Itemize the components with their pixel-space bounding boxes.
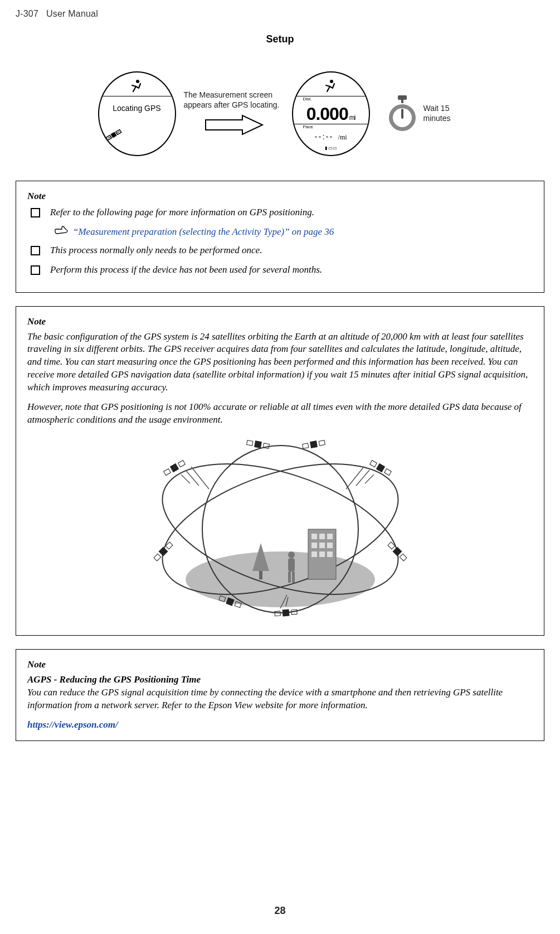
header: J-307User Manual (16, 8, 544, 20)
svg-rect-23 (311, 551, 317, 557)
note-title: Note (27, 190, 533, 203)
note2-para2: However, note that GPS positioning is no… (27, 401, 533, 427)
watch-screen-locating: Locating GPS (98, 71, 176, 156)
svg-rect-46 (392, 547, 402, 556)
note1-item-text: Refer to the following page for more inf… (50, 206, 314, 219)
svg-rect-34 (376, 463, 384, 472)
svg-line-5 (116, 132, 119, 133)
svg-point-0 (136, 80, 139, 83)
svg-point-27 (288, 551, 295, 558)
locating-label: Locating GPS (113, 103, 160, 114)
gps-transition-diagram: Locating GPS The Measurement screen appe… (16, 71, 544, 156)
section-title: Setup (16, 32, 544, 46)
dist-unit: mi (349, 114, 356, 122)
note2-para1: The basic configuration of the GPS syste… (27, 331, 533, 395)
page-number: 28 (0, 904, 560, 917)
dist-label: Dist. (303, 96, 312, 103)
satellite-icon (105, 126, 123, 144)
note3-subtitle: AGPS - Reducing the GPS Positioning Time (27, 674, 533, 686)
svg-rect-39 (263, 443, 269, 449)
epson-view-link[interactable]: https://view.epson.com/ (27, 719, 118, 730)
svg-rect-25 (327, 551, 333, 557)
svg-rect-37 (254, 441, 262, 448)
svg-rect-1 (110, 132, 116, 138)
wait-label: Wait 15 minutes (423, 104, 462, 123)
cross-reference-text: “Measurement preparation (selecting the … (73, 226, 334, 239)
bullet-icon (31, 246, 40, 255)
runner-icon (129, 79, 145, 93)
svg-rect-43 (158, 547, 168, 556)
note-box-3: Note AGPS - Reducing the GPS Positioning… (16, 649, 544, 741)
watch-screen-measurement: Dist. 0.000mi Pace --:-- /mi ▮ ▭▭ (292, 71, 370, 156)
note3-body: You can reduce the GPS signal acquisitio… (27, 686, 533, 712)
svg-rect-30 (292, 572, 295, 583)
model-number: J-307 (16, 9, 38, 18)
pace-unit: /mi (338, 133, 347, 142)
svg-rect-28 (288, 558, 295, 572)
svg-rect-38 (246, 441, 252, 446)
svg-rect-26 (259, 571, 262, 579)
note1-item: Perform this process if the device has n… (27, 264, 533, 277)
svg-rect-35 (369, 461, 377, 467)
svg-rect-36 (384, 469, 391, 476)
note1-item: Refer to the following page for more inf… (27, 206, 533, 219)
note1-item-text: This process normally only needs to be p… (50, 244, 262, 257)
dist-value: 0.000 (306, 104, 348, 124)
cross-reference[interactable]: “Measurement preparation (selecting the … (54, 226, 533, 239)
doc-type: User Manual (46, 9, 98, 18)
svg-rect-7 (398, 95, 407, 100)
svg-point-6 (330, 80, 333, 83)
svg-rect-18 (319, 534, 325, 539)
note1-item-text: Perform this process if the device has n… (50, 264, 322, 277)
arrow-icon (203, 113, 265, 137)
svg-rect-17 (311, 534, 317, 539)
svg-rect-29 (288, 572, 291, 583)
pace-value: --:-- (314, 131, 333, 142)
note-box-1: Note Refer to the following page for mor… (16, 181, 544, 293)
svg-rect-48 (400, 554, 407, 561)
svg-rect-32 (163, 469, 171, 476)
pace-label: Pace (303, 124, 313, 130)
svg-rect-41 (302, 443, 308, 449)
note-title: Note (27, 316, 533, 328)
svg-line-4 (108, 137, 110, 138)
svg-rect-8 (401, 100, 403, 103)
svg-rect-22 (327, 543, 333, 548)
stopwatch-icon (387, 94, 418, 133)
svg-rect-19 (327, 534, 333, 539)
pointer-icon (54, 226, 69, 235)
status-icons: ▮ ▭▭ (325, 146, 337, 152)
svg-rect-24 (319, 551, 325, 557)
svg-rect-31 (169, 463, 178, 472)
note-title: Note (27, 659, 533, 671)
svg-rect-40 (310, 441, 318, 448)
bullet-icon (31, 208, 40, 217)
svg-rect-21 (319, 543, 325, 548)
svg-rect-33 (178, 461, 185, 467)
svg-rect-20 (311, 543, 317, 548)
svg-rect-42 (319, 441, 325, 446)
gps-illustration (27, 434, 533, 624)
note-box-2: Note The basic configuration of the GPS … (16, 306, 544, 636)
runner-icon (323, 79, 339, 93)
svg-rect-53 (274, 611, 280, 616)
note1-item: This process normally only needs to be p… (27, 244, 533, 257)
transition-caption: The Measurement screen appears after GPS… (184, 90, 284, 110)
bullet-icon (31, 265, 40, 275)
svg-rect-52 (282, 609, 289, 617)
svg-rect-44 (154, 554, 161, 561)
